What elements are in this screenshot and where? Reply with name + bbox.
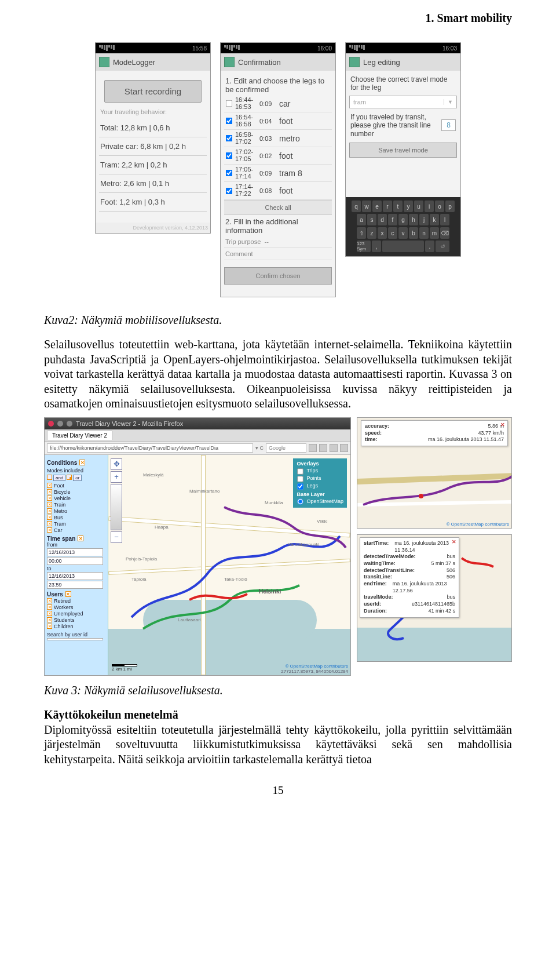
key[interactable]: t	[393, 201, 403, 212]
key-enter[interactable]: ⏎	[436, 241, 449, 252]
user-option[interactable]: ✕Workers	[47, 604, 105, 610]
key[interactable]: z	[367, 227, 376, 239]
key[interactable]: ⌫	[440, 227, 449, 239]
download-icon[interactable]	[319, 444, 327, 452]
confirm-button[interactable]: Confirm chosen	[224, 267, 332, 285]
leg-checkbox[interactable]	[226, 152, 233, 159]
key[interactable]: c	[388, 227, 397, 239]
legs-checkbox[interactable]	[298, 483, 303, 489]
layer-switcher[interactable]: Overlays Trips Points Legs Base Layer Op…	[293, 458, 347, 508]
search-input[interactable]: Google	[266, 443, 306, 453]
key[interactable]: e	[372, 201, 382, 212]
users-header[interactable]: Users✕	[47, 591, 105, 598]
mode-option[interactable]: ✕Car	[47, 527, 105, 533]
mode-option[interactable]: ✕Bus	[47, 515, 105, 520]
mode-option[interactable]: ✕Metro	[47, 508, 105, 514]
key[interactable]: w	[362, 201, 371, 212]
leg-row[interactable]: 17:14-17:22 0:08 foot	[224, 182, 332, 199]
key[interactable]: m	[430, 227, 439, 239]
zoom-slider[interactable]	[111, 484, 122, 530]
key[interactable]: n	[419, 227, 429, 239]
leg-checkbox[interactable]	[226, 135, 233, 142]
date-to-input[interactable]: 12/16/2013	[47, 572, 103, 580]
leg-checkbox[interactable]	[226, 170, 233, 177]
leg-row[interactable]: 17:02-17:05 0:02 foot	[224, 147, 332, 165]
time-to-input[interactable]: 23:59	[47, 581, 103, 589]
user-option[interactable]: ✕Unemployed	[47, 611, 105, 617]
key[interactable]: g	[398, 214, 408, 225]
key-space[interactable]	[382, 241, 424, 252]
start-recording-button[interactable]: Start recording	[104, 80, 201, 103]
save-mode-button[interactable]: Save travel mode	[349, 143, 457, 158]
leg-row[interactable]: 16:54-16:58 0:04 foot	[224, 112, 332, 130]
key[interactable]: b	[409, 227, 418, 239]
maximize-icon[interactable]	[67, 421, 72, 427]
points-checkbox[interactable]	[298, 476, 303, 482]
timespan-header[interactable]: Time span✕	[47, 535, 105, 542]
key[interactable]: q	[352, 201, 361, 212]
minimize-icon[interactable]	[57, 421, 63, 427]
leg-row[interactable]: 17:05-17:14 0:09 tram 8	[224, 165, 332, 182]
key[interactable]: j	[419, 214, 429, 225]
key[interactable]: f	[388, 214, 397, 225]
date-from-input[interactable]: 12/16/2013	[47, 548, 103, 556]
url-input[interactable]: file:///home/kiikonen/androiddev/TravelD…	[47, 443, 253, 453]
leg-checkbox[interactable]	[226, 100, 233, 107]
osm-radio[interactable]	[298, 499, 303, 505]
check-all-button[interactable]: Check all	[224, 200, 332, 215]
key[interactable]: s	[367, 214, 376, 225]
key[interactable]: o	[435, 201, 444, 212]
search-icon[interactable]	[309, 444, 317, 452]
time-from-input[interactable]: 00:00	[47, 557, 103, 565]
user-option[interactable]: ✕Retired	[47, 598, 105, 604]
key[interactable]: l	[440, 214, 449, 225]
browser-tab[interactable]: Travel Diary Viewer 2	[47, 431, 112, 440]
key[interactable]: h	[409, 214, 418, 225]
or-toggle[interactable]: or	[73, 475, 82, 481]
key[interactable]: y	[404, 201, 413, 212]
key[interactable]: d	[378, 214, 387, 225]
key[interactable]: ⇧	[357, 227, 366, 239]
mode-option[interactable]: ✕Tram	[47, 521, 105, 527]
soft-keyboard[interactable]: qwertyuiop asdfghjkl ⇧zxcvbnm⌫ 123 Sym ,…	[346, 197, 460, 256]
mode-option[interactable]: ✕Foot	[47, 483, 105, 489]
key-sym[interactable]: 123 Sym	[357, 241, 371, 252]
addon-icon[interactable]	[340, 444, 348, 452]
leg-row[interactable]: 16:58-17:02 0:03 metro	[224, 130, 332, 147]
leg-checkbox[interactable]	[226, 187, 233, 194]
minimap-point[interactable]: ✕ accuracy:5.86 mspeed:43.77 km/htime:ma…	[357, 417, 512, 529]
comment-row[interactable]: Comment	[224, 248, 332, 260]
userid-input[interactable]	[47, 638, 103, 640]
minimap-leg[interactable]: ✕ startTime:ma 16. joulukuuta 2013 11.36…	[357, 534, 512, 662]
close-icon[interactable]: ✕	[500, 422, 505, 428]
key[interactable]: p	[445, 201, 455, 212]
mode-option[interactable]: ✕Train	[47, 502, 105, 508]
key[interactable]: r	[383, 201, 392, 212]
key[interactable]: u	[414, 201, 423, 212]
key[interactable]: a	[357, 214, 366, 225]
key-comma[interactable]: ,	[372, 241, 381, 252]
close-icon[interactable]: ✕	[452, 539, 456, 545]
key[interactable]: i	[425, 201, 434, 212]
trips-checkbox[interactable]	[298, 468, 303, 474]
key[interactable]: v	[398, 227, 408, 239]
pan-icon[interactable]: ✥	[111, 458, 122, 470]
user-option[interactable]: ✕Students	[47, 617, 105, 623]
home-icon[interactable]	[330, 444, 338, 452]
zoom-in-button[interactable]: +	[111, 471, 122, 483]
user-option[interactable]: ✕Children	[47, 624, 105, 629]
and-toggle[interactable]: and	[53, 475, 65, 481]
mode-option[interactable]: ✕Vehicle	[47, 496, 105, 501]
zoom-out-button[interactable]: −	[111, 531, 122, 543]
mode-select[interactable]: tram ▼	[349, 96, 457, 108]
key-period[interactable]: .	[425, 241, 434, 252]
mode-option[interactable]: ✕Bicycle	[47, 489, 105, 495]
key[interactable]: k	[430, 214, 439, 225]
main-map[interactable]: Maleskylä Malminkartano Munkkila Haapa V…	[108, 455, 350, 675]
conditions-header[interactable]: Conditions✕	[47, 460, 105, 466]
leg-checkbox[interactable]	[226, 118, 233, 125]
key[interactable]: x	[378, 227, 387, 239]
transit-line-input[interactable]: 8	[441, 119, 456, 131]
leg-row[interactable]: 16:44-16:53 0:09 car	[224, 95, 332, 112]
dropdown-icon[interactable]: ▾ C	[255, 445, 264, 451]
